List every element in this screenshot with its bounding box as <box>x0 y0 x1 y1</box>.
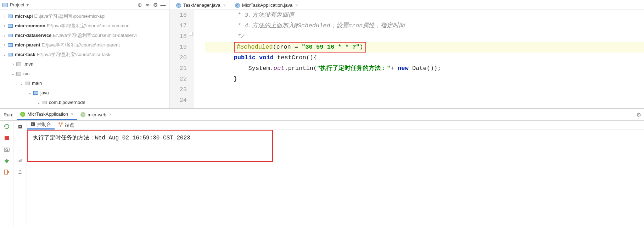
settings-icon[interactable]: ⚙ <box>151 1 159 9</box>
line-number: 19 <box>169 42 187 53</box>
code-line[interactable]: * 3.方法没有返回值 <box>205 10 644 21</box>
close-icon[interactable]: × <box>109 112 112 117</box>
tree-item-micr-dataservice[interactable]: ›micr-dataserviceE:\java学习\盈利宝\course\mi… <box>0 31 169 40</box>
tree-path: E:\java学习\盈利宝\course\micr-parent <box>42 42 120 48</box>
run-content: 控制台端点 执行了定时任务的方法：Wed Aug 02 16:59:30 CST… <box>27 121 644 226</box>
bug-icon[interactable] <box>2 156 11 165</box>
chevron-icon[interactable]: ⌄ <box>28 90 33 95</box>
folder-icon <box>25 82 30 85</box>
run-panel: Run: MicrTaskApplication×micr-web× ⚙ <box>0 109 644 226</box>
chevron-icon[interactable]: › <box>11 62 16 67</box>
step-icon[interactable] <box>16 122 24 131</box>
stop-icon[interactable] <box>2 133 11 143</box>
code-line[interactable]: System.out.println("执行了定时任务的方法："+ new Da… <box>205 63 644 74</box>
camera-icon[interactable] <box>2 145 11 154</box>
rerun-icon[interactable] <box>2 122 11 131</box>
code-line[interactable]: * 4.方法的上面加入@Scheduled，设置cron属性，指定时间 <box>205 21 644 31</box>
line-number: 17 <box>169 21 187 31</box>
chevron-icon[interactable]: ⌄ <box>2 52 7 57</box>
chevron-icon[interactable]: › <box>2 23 7 28</box>
sub-tab-控制台[interactable]: 控制台 <box>27 121 55 129</box>
code-line[interactable] <box>205 84 644 95</box>
tree-item-com.bjpowernode[interactable]: ⌄com.bjpowernode <box>0 98 169 107</box>
module-icon <box>8 24 13 28</box>
exit-icon[interactable] <box>2 167 11 177</box>
chevron-icon[interactable]: › <box>2 14 7 19</box>
fold-icon[interactable] <box>189 32 193 36</box>
tree-label: micr-task <box>15 52 35 57</box>
project-tree[interactable]: ›micr-apiE:\java学习\盈利宝\course\micr-api›m… <box>0 10 169 108</box>
console-icon <box>30 122 35 127</box>
module-icon <box>8 53 13 56</box>
java-class-icon: C <box>176 3 181 8</box>
tree-path: E:\java学习\盈利宝\course\micr-common <box>47 23 129 29</box>
run-left-toolbar <box>0 121 13 226</box>
line-number: 20 <box>169 53 187 63</box>
console-line: 执行了定时任务的方法：Wed Aug 02 16:59:30 CST 2023 <box>33 135 190 141</box>
folder-icon <box>16 72 21 76</box>
code-line[interactable]: } <box>205 74 644 84</box>
chevron-icon[interactable]: ⌄ <box>19 81 24 86</box>
editor-area: CTaskManager.java×CMicrTaskApplication.j… <box>169 0 644 108</box>
editor-body: 161718192021222324 * 3.方法没有返回值 * 4.方法的上面… <box>169 10 644 108</box>
tree-label: micr-common <box>15 23 45 28</box>
tree-label: main <box>32 81 42 86</box>
sub-tab-label: 控制台 <box>37 121 51 128</box>
close-icon[interactable]: × <box>295 3 298 8</box>
code-line[interactable]: public void testCron(){ <box>205 53 644 63</box>
folder-icon <box>42 101 47 104</box>
tree-item-.mvn[interactable]: ›.mvn <box>0 59 169 69</box>
down-arrow-icon[interactable]: ↓ <box>16 145 24 154</box>
editor-gutter: 161718192021222324 <box>169 10 194 108</box>
tree-item-micr-common[interactable]: ›micr-commonE:\java学习\盈利宝\course\micr-co… <box>0 21 169 31</box>
tree-item-micr-api[interactable]: ›micr-apiE:\java学习\盈利宝\course\micr-api <box>0 11 169 21</box>
highlighted-annotation: @Scheduled(cron = "30 59 16 * * ?") <box>234 42 366 53</box>
hide-icon[interactable]: — <box>159 1 167 9</box>
console-sub-tabs: 控制台端点 <box>27 121 644 130</box>
tab-label: MicrTaskApplication.java <box>242 2 292 8</box>
editor-tab-TaskManager.java[interactable]: CTaskManager.java× <box>172 0 230 10</box>
wrap-icon[interactable]: ⏎ <box>16 156 24 165</box>
svg-point-2 <box>6 149 8 151</box>
run-tab-micr-web[interactable]: micr-web× <box>77 109 115 120</box>
close-icon[interactable]: × <box>223 3 226 8</box>
code-lines[interactable]: * 3.方法没有返回值 * 4.方法的上面加入@Scheduled，设置cron… <box>194 10 644 108</box>
collapse-icon[interactable]: ⇹ <box>144 1 151 9</box>
tree-item-main[interactable]: ⌄main <box>0 78 169 88</box>
run-tab-MicrTaskApplication[interactable]: MicrTaskApplication× <box>17 109 77 120</box>
console-output[interactable]: 执行了定时任务的方法：Wed Aug 02 16:59:30 CST 2023 <box>27 130 273 162</box>
chevron-icon[interactable]: ⌄ <box>11 71 16 76</box>
code-line[interactable]: */ <box>205 31 644 42</box>
tree-path: E:\java学习\盈利宝\course\micr-dataservi <box>53 32 136 39</box>
folder-icon <box>16 62 21 66</box>
chevron-icon[interactable]: › <box>2 33 7 38</box>
chevron-icon[interactable]: ⌄ <box>36 100 41 105</box>
svg-line-5 <box>8 160 9 161</box>
line-number: 21 <box>169 63 187 74</box>
tab-label: TaskManager.java <box>183 2 220 8</box>
sub-tab-label: 端点 <box>65 122 74 128</box>
dropdown-icon[interactable]: ▼ <box>26 3 29 7</box>
chevron-icon[interactable]: › <box>2 43 7 48</box>
line-number: 23 <box>169 84 187 95</box>
tree-item-src[interactable]: ⌄src <box>0 69 169 78</box>
line-number: 22 <box>169 74 187 84</box>
line-number: 24 <box>169 95 187 106</box>
code-line[interactable] <box>205 95 644 106</box>
project-title[interactable]: Project <box>10 2 24 7</box>
gear-icon[interactable]: ⚙ <box>633 111 644 118</box>
target-icon[interactable]: ⊕ <box>136 1 144 9</box>
tree-item-micr-task[interactable]: ⌄micr-taskE:\java学习\盈利宝\course\micr-task <box>0 50 169 59</box>
tree-item-java[interactable]: ⌄java <box>0 88 169 98</box>
svg-rect-8 <box>31 122 35 126</box>
sub-tab-端点[interactable]: 端点 <box>55 121 78 129</box>
up-arrow-icon[interactable]: ↑ <box>16 133 24 143</box>
tree-item-micr-parent[interactable]: ›micr-parentE:\java学习\盈利宝\course\micr-pa… <box>0 40 169 50</box>
code-line[interactable]: @Scheduled(cron = "30 59 16 * * ?") <box>205 42 644 53</box>
tree-label: micr-parent <box>15 42 40 48</box>
run-tab-label: MicrTaskApplication <box>27 111 68 117</box>
scroll-icon[interactable] <box>16 167 24 177</box>
run-tabs: MicrTaskApplication×micr-web× <box>17 109 115 120</box>
close-icon[interactable]: × <box>71 112 73 117</box>
editor-tab-MicrTaskApplication.java[interactable]: CMicrTaskApplication.java× <box>231 0 302 10</box>
